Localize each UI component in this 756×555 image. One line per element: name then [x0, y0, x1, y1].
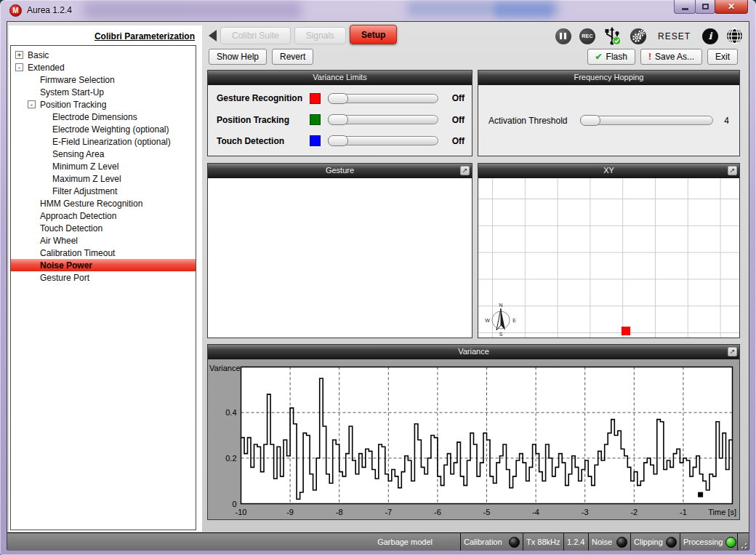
tree-item-firmware-selection[interactable]: Firmware Selection	[11, 73, 196, 86]
variance-title: Variance	[458, 347, 489, 356]
check-icon: ✔	[595, 52, 603, 62]
tree-item-gesture-port[interactable]: Gesture Port	[11, 271, 196, 284]
compass-icon: N S W E	[484, 300, 518, 337]
settings-gears-button[interactable]	[630, 28, 646, 44]
tree-item-label: Position Tracking	[40, 100, 106, 110]
limit-slider[interactable]	[328, 94, 438, 103]
status-cell-processing: Processing	[680, 533, 738, 551]
tree-item-e-field-linearization-optional[interactable]: E-Field Linearization (optional)	[11, 135, 196, 148]
compass-west-label: W	[485, 318, 490, 323]
tree-item-filter-adjustment[interactable]: Filter Adjustment	[11, 185, 196, 197]
pause-button[interactable]	[555, 28, 571, 44]
tree-item-minimum-z-level[interactable]: Minimum Z Level	[11, 160, 196, 172]
limit-value: Off	[447, 136, 465, 146]
tree-item-hmm-gesture-recognition[interactable]: HMM Gesture Recognition	[11, 197, 196, 209]
slider-thumb[interactable]	[328, 114, 348, 125]
variance-limits-panel: Variance Limits Gesture RecognitionOffPo…	[207, 70, 472, 156]
tree-item-electrode-weighting-optional[interactable]: Electrode Weighting (optional)	[11, 123, 196, 135]
collapse-icon[interactable]: -	[15, 63, 23, 71]
revert-button[interactable]: Revert	[272, 49, 313, 65]
status-label: 1.2.4	[567, 538, 584, 546]
reset-button[interactable]: RESET	[658, 31, 691, 41]
minimize-button[interactable]	[674, 0, 696, 14]
slider-thumb[interactable]	[580, 115, 600, 126]
tree-item-noise-power[interactable]: Noise Power	[11, 259, 196, 271]
x-tick-label: -2	[630, 508, 638, 516]
slider-thumb[interactable]	[328, 135, 348, 146]
activation-threshold-value: 4	[713, 116, 729, 126]
compass-south-label: S	[499, 332, 503, 337]
tree-item-air-wheel[interactable]: Air Wheel	[11, 234, 196, 247]
info-button[interactable]: i	[702, 28, 718, 44]
status-label: Noise	[592, 538, 612, 546]
usb-connection-icon[interactable]	[603, 27, 622, 45]
tree-item-sensing-area[interactable]: Sensing Area	[11, 148, 196, 160]
collapse-icon[interactable]: -	[28, 100, 36, 108]
save-as-label: Save As...	[655, 52, 694, 62]
gesture-panel: Gesture ↗	[207, 163, 472, 338]
tree-item-basic[interactable]: +Basic	[11, 49, 196, 61]
activation-threshold-label: Activation Threshold	[488, 116, 580, 126]
tree-item-calibration-timeout[interactable]: Calibration Timeout	[11, 247, 196, 259]
tree-item-position-tracking[interactable]: -Position Tracking	[11, 98, 196, 111]
y-tick-label: 0.4	[225, 408, 236, 417]
show-help-button[interactable]: Show Help	[209, 49, 267, 65]
status-cell-1-2-4: 1.2.4	[563, 533, 588, 551]
status-led-processing	[725, 537, 736, 548]
status-cells: CalibrationTx 88kHz1.2.4NoiseClippingPro…	[460, 533, 738, 551]
tree-item-electrode-dimensions[interactable]: Electrode Dimensions	[11, 111, 196, 123]
tree-item-label: Electrode Dimensions	[52, 112, 137, 122]
tree-item-label: Approach Detection	[40, 211, 116, 221]
expand-panel-icon[interactable]: ↗	[728, 166, 737, 175]
xy-header: XY ↗	[478, 164, 739, 178]
titlebar[interactable]: M Aurea 1.2.4 ✕	[0, 0, 756, 21]
status-cell-calibration: Calibration	[460, 533, 523, 551]
back-arrow-button[interactable]	[209, 30, 217, 41]
close-button[interactable]: ✕	[715, 0, 748, 14]
tree-item-approach-detection[interactable]: Approach Detection	[11, 209, 196, 222]
tree-item-label: Sensing Area	[52, 149, 104, 159]
expand-panel-icon[interactable]: ↗	[728, 347, 737, 356]
xy-plot-area: N S W E	[478, 178, 739, 338]
tree-item-extended[interactable]: -Extended	[11, 61, 196, 73]
variance-plot-area: -10-9-8-7-6-5-4-3-2-100.20.4VarianceTime…	[208, 359, 739, 519]
tab-signals[interactable]: Signals	[294, 27, 346, 44]
record-button[interactable]: REC	[579, 28, 595, 44]
minimize-icon	[682, 8, 688, 10]
model-status-label: Garbage model	[377, 538, 433, 546]
frequency-hopping-header: Frequency Hopping	[478, 71, 739, 85]
exit-button[interactable]: Exit	[707, 49, 738, 65]
tree-item-label: Noise Power	[40, 260, 92, 271]
flash-button[interactable]: ✔ Flash	[587, 49, 635, 65]
resize-grip[interactable]	[738, 533, 749, 551]
close-icon: ✕	[728, 1, 735, 12]
status-label: Clipping	[634, 538, 663, 546]
tab-colibri-suite[interactable]: Colibri Suite	[220, 27, 291, 44]
maximize-button[interactable]	[695, 0, 715, 14]
activation-threshold-slider[interactable]	[580, 116, 713, 125]
client-area: Colibri Parameterization +Basic-Extended…	[7, 21, 749, 550]
slider-thumb[interactable]	[328, 93, 348, 104]
status-cell-noise: Noise	[588, 533, 630, 551]
tree-item-maximum-z-level[interactable]: Maximum Z Level	[11, 172, 196, 185]
limit-slider[interactable]	[328, 115, 438, 124]
tree-item-label: Basic	[28, 50, 49, 60]
left-action-buttons: Show Help Revert	[209, 49, 313, 65]
xy-title: XY	[603, 166, 614, 175]
globe-button[interactable]	[726, 28, 743, 44]
save-as-button[interactable]: ! Save As...	[640, 49, 702, 65]
gears-icon	[631, 29, 646, 44]
tree-item-label: Filter Adjustment	[52, 186, 117, 196]
expand-panel-icon[interactable]: ↗	[460, 166, 470, 175]
tree-item-system-start-up[interactable]: System Start-Up	[11, 86, 196, 98]
y-axis-label: Variance	[209, 364, 241, 372]
compass-north-label: N	[499, 303, 502, 308]
x-axis-label: Time [s]	[708, 508, 736, 516]
variance-chart: -10-9-8-7-6-5-4-3-2-100.20.4VarianceTime…	[208, 359, 739, 522]
app-logo-icon: M	[9, 4, 22, 17]
tree-item-label: Minimum Z Level	[52, 161, 118, 172]
limit-slider[interactable]	[328, 136, 438, 145]
tree-item-touch-detection[interactable]: Touch Detection	[11, 222, 196, 234]
expand-icon[interactable]: +	[15, 51, 23, 59]
tab-setup[interactable]: Setup	[350, 25, 397, 44]
